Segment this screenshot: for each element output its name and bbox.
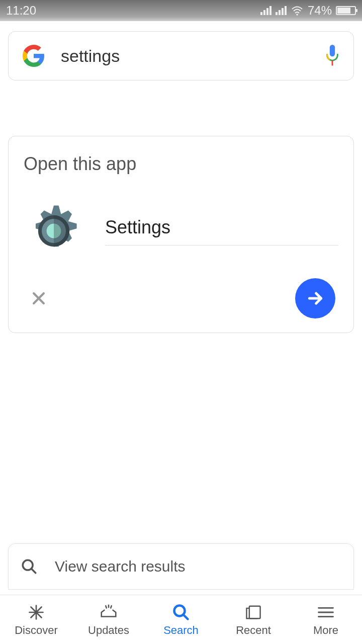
svg-point-0: [296, 14, 298, 16]
svg-rect-17: [249, 606, 260, 618]
google-logo-icon: [22, 44, 46, 68]
battery-icon: [336, 6, 356, 15]
nav-updates-label: Updates: [88, 624, 129, 637]
arrow-right-icon: [305, 288, 325, 308]
svg-line-16: [184, 614, 188, 619]
discover-icon: [27, 603, 45, 621]
nav-recent-label: Recent: [236, 624, 271, 637]
signal-1-icon: [260, 6, 272, 15]
mic-icon[interactable]: [324, 45, 340, 67]
nav-more[interactable]: More: [290, 595, 362, 644]
status-time: 11:20: [6, 4, 36, 18]
dismiss-button[interactable]: [27, 286, 51, 310]
hamburger-icon: [317, 606, 335, 619]
status-bar: 11:20 74%: [0, 0, 362, 21]
updates-icon: [99, 603, 119, 621]
nav-discover[interactable]: Discover: [0, 595, 72, 644]
view-results-bar[interactable]: View search results: [8, 543, 354, 590]
signal-2-icon: [276, 6, 287, 15]
nav-more-label: More: [313, 624, 338, 637]
view-results-label: View search results: [55, 558, 186, 575]
nav-search[interactable]: Search: [145, 595, 217, 644]
search-icon: [21, 558, 38, 575]
nav-discover-label: Discover: [15, 624, 58, 637]
svg-line-7: [31, 569, 36, 573]
search-input[interactable]: settings: [61, 46, 309, 66]
search-nav-icon: [172, 603, 190, 621]
nav-search-label: Search: [163, 624, 199, 637]
search-bar[interactable]: settings: [8, 31, 354, 80]
open-button[interactable]: [295, 278, 335, 318]
nav-updates[interactable]: Updates: [72, 595, 145, 644]
open-app-card: Open this app Settings: [8, 136, 354, 333]
close-icon: [30, 290, 47, 307]
svg-line-14: [111, 606, 111, 608]
recent-icon: [244, 604, 263, 621]
bottom-nav: Discover Updates Search Recent More: [0, 595, 362, 644]
nav-recent[interactable]: Recent: [217, 595, 290, 644]
app-row[interactable]: Settings: [24, 201, 338, 261]
svg-rect-1: [330, 45, 335, 56]
settings-app-icon: [24, 201, 84, 261]
app-name: Settings: [105, 217, 338, 238]
battery-pct: 74%: [308, 4, 332, 18]
svg-line-12: [106, 606, 106, 608]
wifi-icon: [291, 6, 304, 16]
card-title: Open this app: [24, 153, 338, 175]
